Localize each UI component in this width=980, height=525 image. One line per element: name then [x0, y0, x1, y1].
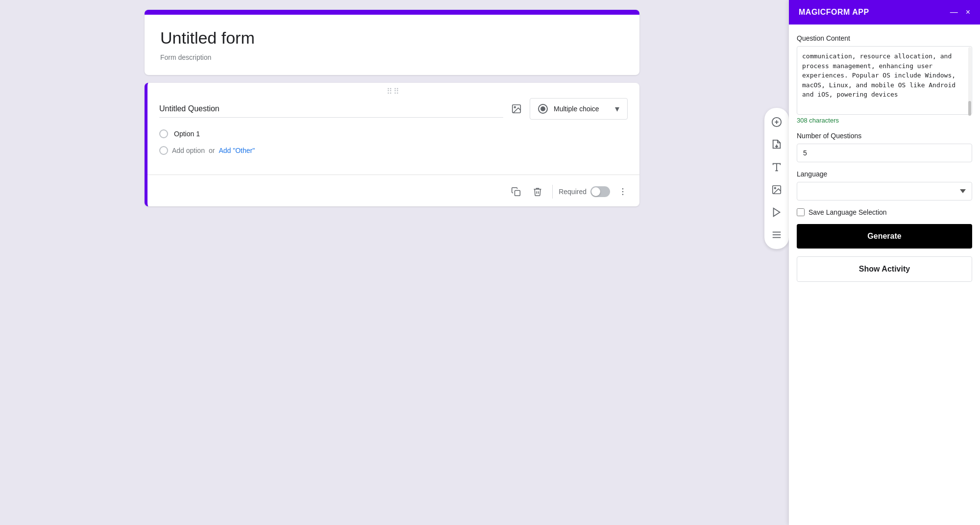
add-option-text[interactable]: Add option: [172, 147, 205, 154]
close-button[interactable]: ×: [966, 8, 970, 17]
add-option-radio: [159, 146, 168, 155]
image-icon-btn[interactable]: [509, 101, 524, 116]
textarea-scrollbar: [968, 47, 971, 116]
panel-header: MAGICFORM APP — ×: [789, 0, 980, 25]
question-type-dropdown[interactable]: Multiple choice ▾: [530, 98, 628, 120]
option-row: Option 1: [159, 129, 628, 138]
char-count: 308 characters: [797, 117, 972, 124]
delete-button[interactable]: [529, 183, 546, 200]
text-button[interactable]: [766, 157, 787, 177]
form-description[interactable]: Form description: [160, 53, 624, 61]
add-circle-icon: [771, 117, 782, 127]
option-radio: [159, 129, 168, 138]
required-label: Required: [559, 188, 587, 196]
section-icon: [771, 229, 782, 240]
save-language-row: Save Language Selection: [797, 208, 972, 216]
question-title-input[interactable]: [159, 100, 503, 118]
import-icon: [771, 139, 782, 150]
svg-rect-2: [515, 191, 520, 196]
question-divider: [147, 175, 639, 175]
language-label: Language: [797, 170, 972, 178]
more-options-button[interactable]: [614, 183, 632, 200]
panel-header-actions: — ×: [950, 8, 970, 17]
generate-button[interactable]: Generate: [797, 224, 972, 249]
close-icon: ×: [966, 8, 970, 17]
show-activity-button[interactable]: Show Activity: [797, 256, 972, 282]
num-questions-section: Number of Questions: [797, 132, 972, 162]
add-section-button[interactable]: [766, 225, 787, 245]
num-questions-label: Number of Questions: [797, 132, 972, 140]
question-footer: Required: [147, 179, 639, 206]
question-body: Multiple choice ▾ Option 1 Add option or…: [147, 98, 639, 171]
show-activity-label: Show Activity: [859, 265, 910, 273]
add-image-button[interactable]: [766, 179, 787, 200]
footer-divider: [552, 185, 553, 199]
panel-title: MAGICFORM APP: [799, 8, 869, 17]
sidebar-toolbar: [764, 108, 789, 249]
svg-point-3: [622, 188, 624, 190]
minimize-button[interactable]: —: [950, 8, 958, 17]
save-language-checkbox[interactable]: [797, 208, 805, 216]
multiple-choice-radio-icon: [538, 104, 548, 114]
generate-label: Generate: [867, 232, 901, 240]
required-toggle[interactable]: [590, 186, 610, 197]
image-add-icon: [771, 184, 782, 195]
magicform-panel: MAGICFORM APP — × Question Content 308 c…: [789, 0, 980, 525]
drag-handle: ⠿⠿: [147, 83, 639, 98]
svg-point-13: [774, 187, 776, 189]
question-content-textarea[interactable]: [797, 46, 972, 115]
chevron-down-icon: ▾: [615, 103, 619, 114]
language-select[interactable]: English Spanish French: [797, 182, 972, 200]
save-language-label: Save Language Selection: [808, 208, 887, 216]
option-text[interactable]: Option 1: [174, 130, 200, 138]
minimize-icon: —: [950, 8, 958, 17]
add-video-button[interactable]: [766, 202, 787, 223]
num-questions-input[interactable]: [797, 144, 972, 162]
toggle-knob: [591, 187, 600, 196]
trash-icon: [533, 187, 542, 197]
form-header-card: Untitled form Form description: [145, 10, 639, 75]
svg-point-5: [622, 194, 624, 196]
textarea-scrollbar-thumb: [968, 101, 971, 116]
svg-marker-14: [774, 208, 780, 217]
add-other-link[interactable]: Add "Other": [219, 147, 255, 154]
question-content-label: Question Content: [797, 34, 972, 42]
import-button[interactable]: [766, 134, 787, 155]
form-title[interactable]: Untitled form: [160, 28, 624, 48]
panel-body: Question Content 308 characters Number o…: [789, 25, 980, 525]
text-icon: [771, 162, 782, 173]
add-option-or: or: [209, 147, 215, 154]
image-icon: [511, 103, 522, 114]
svg-point-4: [622, 191, 624, 193]
duplicate-icon: [511, 187, 521, 197]
more-vertical-icon: [618, 187, 628, 197]
video-icon: [771, 207, 782, 218]
add-option-row: Add option or Add "Other": [159, 146, 628, 155]
textarea-wrapper: [797, 46, 972, 117]
svg-point-1: [514, 106, 515, 108]
question-row: Multiple choice ▾: [159, 98, 628, 120]
form-header-content: Untitled form Form description: [145, 15, 639, 75]
question-card: ⠿⠿ Multiple choice ▾: [145, 83, 639, 206]
question-type-label: Multiple choice: [554, 105, 609, 113]
duplicate-button[interactable]: [507, 183, 525, 200]
add-question-button[interactable]: [766, 112, 787, 132]
question-content-section: Question Content 308 characters: [797, 34, 972, 124]
language-section: Language English Spanish French: [797, 170, 972, 200]
